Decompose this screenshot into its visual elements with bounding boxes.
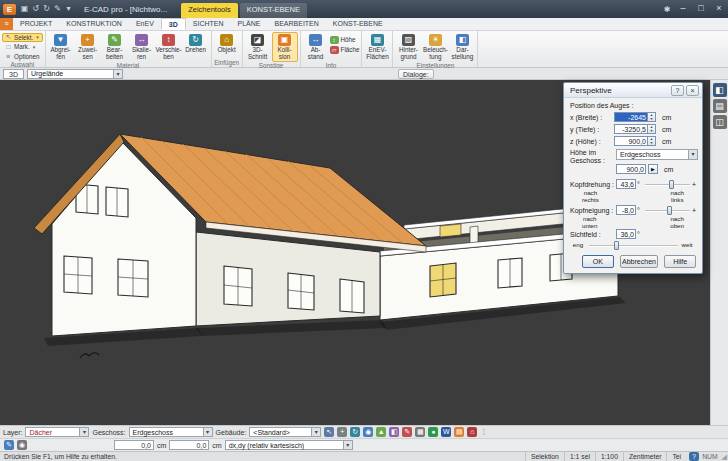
darstellung-button[interactable]: ◧ Dar- stellung bbox=[449, 32, 475, 62]
pen-icon[interactable]: ✎ bbox=[52, 3, 63, 15]
tab-plaene[interactable]: PLÄNE bbox=[231, 18, 268, 30]
eye-x-spinner[interactable]: ▲▼ bbox=[648, 112, 656, 122]
geschoss-combo[interactable]: Erdgeschoss ▾ bbox=[129, 427, 213, 437]
abbrechen-button[interactable]: Abbrechen bbox=[620, 255, 659, 268]
eye-x-input[interactable]: -2645 bbox=[614, 112, 648, 122]
optionen-button[interactable]: ≡ Optionen bbox=[2, 52, 43, 61]
camera-icon[interactable]: ◧ bbox=[389, 427, 399, 437]
dx-input[interactable]: 0,0 bbox=[114, 440, 154, 450]
tools-icon[interactable]: ✱ bbox=[660, 5, 674, 14]
redo-icon[interactable]: ↻ bbox=[41, 3, 52, 15]
skalieren-button[interactable]: ↔ Skalie- ren bbox=[129, 32, 155, 62]
texture-icon[interactable]: ▤ bbox=[454, 427, 464, 437]
dialog-close-button[interactable]: × bbox=[686, 85, 699, 96]
dialog-titlebar[interactable]: Perspektive ? × bbox=[564, 83, 702, 98]
zuweisen-button[interactable]: + Zuwei- sen bbox=[75, 32, 101, 62]
status-scale-sel[interactable]: 1:1 sel bbox=[564, 452, 595, 461]
spin-down-icon[interactable]: ▼ bbox=[650, 141, 653, 145]
sichtfeld-slider[interactable] bbox=[589, 241, 678, 250]
tab-enev[interactable]: EnEV bbox=[129, 18, 161, 30]
ribbon-tab-row: ≡ PROJEKT KONSTRUKTION EnEV 3D SICHTEN P… bbox=[0, 18, 728, 31]
grid-icon[interactable]: ▦ bbox=[415, 427, 425, 437]
beleuchtung-button[interactable]: ☀ Beleuch- tung bbox=[422, 32, 448, 62]
kopfdrehung-input[interactable]: 43,6 bbox=[616, 179, 636, 189]
3d-schnitt-button[interactable]: ◪ 3D- Schnitt bbox=[245, 32, 271, 62]
select-icon[interactable]: ↖ bbox=[324, 427, 334, 437]
enev-flaechen-button[interactable]: ▦ EnEV- Flächen bbox=[364, 32, 390, 62]
hoehe-button[interactable]: ↕ Höhe bbox=[330, 35, 360, 44]
app-logo-icon[interactable]: E bbox=[3, 4, 16, 15]
status-units[interactable]: Zentimeter bbox=[623, 452, 666, 461]
abstand-button[interactable]: ↔ Ab- stand bbox=[303, 32, 329, 62]
walk-icon[interactable]: ▲ bbox=[376, 427, 386, 437]
undo-icon[interactable]: ↺ bbox=[30, 3, 41, 15]
project-panel-icon[interactable]: ◧ bbox=[713, 83, 727, 97]
eye-y-input[interactable]: -3250,5 bbox=[614, 124, 648, 134]
tab-bearbeiten[interactable]: BEARBEITEN bbox=[267, 18, 325, 30]
kopfneigung-slider[interactable] bbox=[645, 206, 690, 215]
kopfneigung-input[interactable]: -8,0 bbox=[616, 205, 636, 215]
abgreifen-button[interactable]: ▼ Abgrei- fen bbox=[48, 32, 74, 62]
view-mode-box[interactable]: 3D bbox=[3, 69, 24, 79]
hilfe-button[interactable]: Hilfe bbox=[664, 255, 696, 268]
eye-z-input[interactable]: 900,0 bbox=[614, 136, 648, 146]
context-tab-zeichentools[interactable]: Zeichentools bbox=[181, 3, 238, 18]
eye-z-spinner[interactable]: ▲▼ bbox=[648, 136, 656, 146]
resize-grip[interactable]: ◢ bbox=[722, 453, 727, 461]
spin-down-icon[interactable]: ▼ bbox=[650, 117, 653, 121]
move-icon[interactable]: + bbox=[337, 427, 347, 437]
tab-projekt[interactable]: PROJEKT bbox=[13, 18, 59, 30]
app-menu-icon[interactable]: ≡ bbox=[0, 18, 13, 30]
home-icon[interactable]: ⌂ bbox=[467, 427, 477, 437]
status-tei[interactable]: Tei bbox=[666, 452, 686, 461]
selekt-button[interactable]: ↖ Selekt. ▾ bbox=[2, 33, 43, 42]
overflow-icon[interactable]: ⋮ bbox=[480, 428, 487, 436]
sichtfeld-row: Sichtfeld : 36,0 ° bbox=[570, 229, 696, 239]
interior-lit-window[interactable] bbox=[440, 224, 461, 237]
dialoge-button[interactable]: Dialoge: bbox=[398, 69, 434, 79]
status-scale[interactable]: 1:100 bbox=[595, 452, 623, 461]
spin-down-icon[interactable]: ▼ bbox=[650, 129, 653, 133]
export-icon[interactable]: W bbox=[441, 427, 451, 437]
storey-height-input[interactable]: 900,0 bbox=[616, 164, 646, 174]
render-icon[interactable]: ● bbox=[428, 427, 438, 437]
dialog-help-button[interactable]: ? bbox=[671, 85, 684, 96]
bearbeiten-button[interactable]: ✎ Bear- beiten bbox=[102, 32, 128, 62]
gebaeude-combo[interactable]: <Standard> ▾ bbox=[249, 427, 321, 437]
verschieben-button[interactable]: ↕ Verschie- ben bbox=[156, 32, 182, 62]
tab-konstruktion[interactable]: KONSTRUKTION bbox=[59, 18, 129, 30]
help-icon[interactable]: ? bbox=[689, 452, 699, 461]
objekt-button[interactable]: ⌂ Objekt bbox=[214, 32, 240, 55]
context-tab-konst-ebene[interactable]: KONST-EBENE bbox=[240, 3, 307, 18]
minimize-button[interactable]: – bbox=[674, 0, 692, 18]
view-panel-icon[interactable]: ◫ bbox=[713, 115, 727, 129]
catalog-panel-icon[interactable]: ▤ bbox=[713, 99, 727, 113]
tab-3d[interactable]: 3D bbox=[161, 18, 186, 30]
drehen-button[interactable]: ↻ Drehen bbox=[183, 32, 209, 55]
rotate-icon[interactable]: ↻ bbox=[350, 427, 360, 437]
kopfdrehung-slider[interactable] bbox=[645, 180, 690, 189]
tab-konst-ebene[interactable]: KONST-EBENE bbox=[326, 18, 390, 30]
play-icon[interactable]: ▶ bbox=[648, 164, 658, 174]
kollision-button[interactable]: ▣ Kolli- sion bbox=[272, 32, 298, 62]
flaeche-button[interactable]: ▱ Fläche bbox=[330, 45, 360, 54]
quick-access-dropdown-icon[interactable]: ▾ bbox=[63, 3, 74, 15]
hintergrund-button[interactable]: ▨ Hinter- grund bbox=[395, 32, 421, 62]
snap-icon[interactable]: ◉ bbox=[17, 440, 27, 450]
edit-icon[interactable]: ✎ bbox=[402, 427, 412, 437]
eye-y-spinner[interactable]: ▲▼ bbox=[648, 124, 656, 134]
sichtfeld-input[interactable]: 36,0 bbox=[616, 229, 636, 239]
edit-coordinates-icon[interactable]: ✎ bbox=[4, 440, 14, 450]
tab-sichten[interactable]: SICHTEN bbox=[186, 18, 231, 30]
close-button[interactable]: × bbox=[710, 0, 728, 18]
dy-input[interactable]: 0,0 bbox=[169, 440, 209, 450]
save-icon[interactable]: ▣ bbox=[19, 3, 30, 15]
layer-combo[interactable]: Dächer ▾ bbox=[25, 427, 89, 437]
zoom-icon[interactable]: ◉ bbox=[363, 427, 373, 437]
terrain-combo[interactable]: Urgelände ▾ bbox=[27, 69, 123, 79]
coordinate-mode-combo[interactable]: dx,dy (relativ kartesisch) ▾ bbox=[225, 440, 353, 450]
ok-button[interactable]: OK bbox=[582, 255, 614, 268]
maximize-button[interactable]: □ bbox=[692, 0, 710, 18]
mark-button[interactable]: □ Mark. ▾ bbox=[2, 43, 43, 52]
storey-combo[interactable]: Erdgeschoss ▾ bbox=[616, 149, 698, 160]
